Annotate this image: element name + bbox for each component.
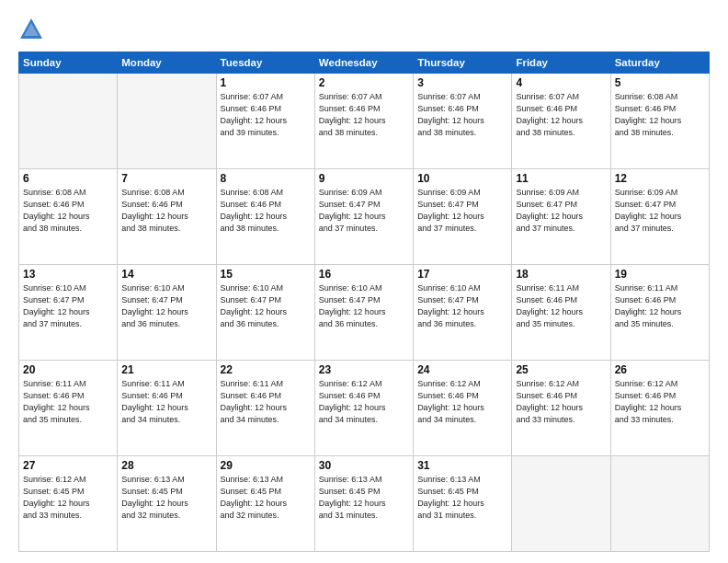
day-info: Sunrise: 6:13 AM Sunset: 6:45 PM Dayligh… [221, 474, 311, 522]
calendar-cell: 30Sunrise: 6:13 AM Sunset: 6:45 PM Dayli… [314, 456, 413, 552]
logo [18, 17, 48, 42]
calendar-cell: 13Sunrise: 6:10 AM Sunset: 6:47 PM Dayli… [19, 265, 118, 361]
day-info: Sunrise: 6:11 AM Sunset: 6:46 PM Dayligh… [615, 282, 705, 330]
day-number: 1 [221, 76, 311, 89]
day-info: Sunrise: 6:07 AM Sunset: 6:46 PM Dayligh… [417, 91, 507, 139]
day-number: 5 [615, 76, 705, 89]
calendar-cell: 18Sunrise: 6:11 AM Sunset: 6:46 PM Dayli… [512, 265, 610, 361]
day-info: Sunrise: 6:08 AM Sunset: 6:46 PM Dayligh… [615, 91, 705, 139]
day-number: 31 [417, 459, 507, 472]
day-number: 28 [121, 459, 211, 472]
day-info: Sunrise: 6:10 AM Sunset: 6:47 PM Dayligh… [23, 282, 113, 330]
calendar-cell: 6Sunrise: 6:08 AM Sunset: 6:46 PM Daylig… [19, 169, 118, 265]
day-info: Sunrise: 6:09 AM Sunset: 6:47 PM Dayligh… [615, 187, 705, 235]
calendar-cell: 2Sunrise: 6:07 AM Sunset: 6:46 PM Daylig… [314, 74, 413, 169]
day-number: 25 [516, 363, 606, 376]
day-number: 21 [121, 363, 211, 376]
weekday-header-row: SundayMondayTuesdayWednesdayThursdayFrid… [19, 52, 710, 74]
calendar-cell: 20Sunrise: 6:11 AM Sunset: 6:46 PM Dayli… [19, 361, 118, 456]
calendar-cell: 31Sunrise: 6:13 AM Sunset: 6:45 PM Dayli… [414, 456, 512, 552]
calendar-cell: 1Sunrise: 6:07 AM Sunset: 6:46 PM Daylig… [216, 74, 314, 169]
calendar-cell: 25Sunrise: 6:12 AM Sunset: 6:46 PM Dayli… [512, 361, 610, 456]
day-number: 8 [221, 172, 311, 185]
calendar-cell: 15Sunrise: 6:10 AM Sunset: 6:47 PM Dayli… [216, 265, 314, 361]
weekday-tuesday: Tuesday [216, 52, 314, 74]
day-number: 4 [516, 76, 606, 89]
day-number: 17 [417, 268, 507, 281]
day-number: 30 [319, 459, 409, 472]
weekday-saturday: Saturday [610, 52, 709, 74]
weekday-wednesday: Wednesday [314, 52, 413, 74]
calendar-cell: 12Sunrise: 6:09 AM Sunset: 6:47 PM Dayli… [610, 169, 709, 265]
day-number: 22 [221, 363, 311, 376]
day-number: 20 [23, 363, 113, 376]
calendar-cell: 5Sunrise: 6:08 AM Sunset: 6:46 PM Daylig… [610, 74, 709, 169]
week-row-3: 13Sunrise: 6:10 AM Sunset: 6:47 PM Dayli… [19, 265, 710, 361]
day-number: 11 [516, 172, 606, 185]
calendar-cell: 24Sunrise: 6:12 AM Sunset: 6:46 PM Dayli… [414, 361, 512, 456]
weekday-monday: Monday [118, 52, 216, 74]
calendar-cell: 26Sunrise: 6:12 AM Sunset: 6:46 PM Dayli… [610, 361, 709, 456]
calendar-cell: 10Sunrise: 6:09 AM Sunset: 6:47 PM Dayli… [414, 169, 512, 265]
day-number: 7 [121, 172, 211, 185]
calendar-cell: 8Sunrise: 6:08 AM Sunset: 6:46 PM Daylig… [216, 169, 314, 265]
calendar-cell: 11Sunrise: 6:09 AM Sunset: 6:47 PM Dayli… [512, 169, 610, 265]
day-info: Sunrise: 6:07 AM Sunset: 6:46 PM Dayligh… [221, 91, 311, 139]
day-number: 24 [417, 363, 507, 376]
day-info: Sunrise: 6:12 AM Sunset: 6:46 PM Dayligh… [615, 378, 705, 426]
calendar-cell: 4Sunrise: 6:07 AM Sunset: 6:46 PM Daylig… [512, 74, 610, 169]
day-info: Sunrise: 6:12 AM Sunset: 6:46 PM Dayligh… [516, 378, 606, 426]
calendar-cell: 7Sunrise: 6:08 AM Sunset: 6:46 PM Daylig… [118, 169, 216, 265]
day-info: Sunrise: 6:07 AM Sunset: 6:46 PM Dayligh… [319, 91, 409, 139]
calendar-cell: 16Sunrise: 6:10 AM Sunset: 6:47 PM Dayli… [314, 265, 413, 361]
day-info: Sunrise: 6:08 AM Sunset: 6:46 PM Dayligh… [221, 187, 311, 235]
calendar-table: SundayMondayTuesdayWednesdayThursdayFrid… [18, 52, 710, 552]
day-info: Sunrise: 6:11 AM Sunset: 6:46 PM Dayligh… [23, 378, 113, 426]
calendar-cell [610, 456, 709, 552]
day-info: Sunrise: 6:10 AM Sunset: 6:47 PM Dayligh… [319, 282, 409, 330]
calendar-cell: 19Sunrise: 6:11 AM Sunset: 6:46 PM Dayli… [610, 265, 709, 361]
calendar-cell: 9Sunrise: 6:09 AM Sunset: 6:47 PM Daylig… [314, 169, 413, 265]
day-number: 9 [319, 172, 409, 185]
day-number: 13 [23, 268, 113, 281]
day-info: Sunrise: 6:13 AM Sunset: 6:45 PM Dayligh… [121, 474, 211, 522]
day-number: 29 [221, 459, 311, 472]
day-number: 15 [221, 268, 311, 281]
calendar-cell: 27Sunrise: 6:12 AM Sunset: 6:45 PM Dayli… [19, 456, 118, 552]
day-number: 16 [319, 268, 409, 281]
day-info: Sunrise: 6:09 AM Sunset: 6:47 PM Dayligh… [417, 187, 507, 235]
calendar-cell [19, 74, 118, 169]
day-number: 18 [516, 268, 606, 281]
day-info: Sunrise: 6:10 AM Sunset: 6:47 PM Dayligh… [221, 282, 311, 330]
calendar-cell: 29Sunrise: 6:13 AM Sunset: 6:45 PM Dayli… [216, 456, 314, 552]
day-number: 6 [23, 172, 113, 185]
day-info: Sunrise: 6:11 AM Sunset: 6:46 PM Dayligh… [221, 378, 311, 426]
day-info: Sunrise: 6:11 AM Sunset: 6:46 PM Dayligh… [516, 282, 606, 330]
day-info: Sunrise: 6:11 AM Sunset: 6:46 PM Dayligh… [121, 378, 211, 426]
weekday-thursday: Thursday [414, 52, 512, 74]
day-number: 2 [319, 76, 409, 89]
day-number: 12 [615, 172, 705, 185]
logo-icon [18, 17, 44, 42]
week-row-2: 6Sunrise: 6:08 AM Sunset: 6:46 PM Daylig… [19, 169, 710, 265]
day-info: Sunrise: 6:12 AM Sunset: 6:46 PM Dayligh… [319, 378, 409, 426]
day-info: Sunrise: 6:07 AM Sunset: 6:46 PM Dayligh… [516, 91, 606, 139]
day-info: Sunrise: 6:10 AM Sunset: 6:47 PM Dayligh… [121, 282, 211, 330]
calendar-cell: 22Sunrise: 6:11 AM Sunset: 6:46 PM Dayli… [216, 361, 314, 456]
day-number: 19 [615, 268, 705, 281]
weekday-sunday: Sunday [19, 52, 118, 74]
calendar-cell [118, 74, 216, 169]
day-number: 27 [23, 459, 113, 472]
day-number: 23 [319, 363, 409, 376]
day-info: Sunrise: 6:09 AM Sunset: 6:47 PM Dayligh… [319, 187, 409, 235]
calendar-cell: 14Sunrise: 6:10 AM Sunset: 6:47 PM Dayli… [118, 265, 216, 361]
day-info: Sunrise: 6:12 AM Sunset: 6:46 PM Dayligh… [417, 378, 507, 426]
day-info: Sunrise: 6:09 AM Sunset: 6:47 PM Dayligh… [516, 187, 606, 235]
calendar-cell: 23Sunrise: 6:12 AM Sunset: 6:46 PM Dayli… [314, 361, 413, 456]
calendar-cell: 21Sunrise: 6:11 AM Sunset: 6:46 PM Dayli… [118, 361, 216, 456]
calendar-cell: 17Sunrise: 6:10 AM Sunset: 6:47 PM Dayli… [414, 265, 512, 361]
day-info: Sunrise: 6:13 AM Sunset: 6:45 PM Dayligh… [417, 474, 507, 522]
day-number: 26 [615, 363, 705, 376]
calendar-cell [512, 456, 610, 552]
week-row-4: 20Sunrise: 6:11 AM Sunset: 6:46 PM Dayli… [19, 361, 710, 456]
